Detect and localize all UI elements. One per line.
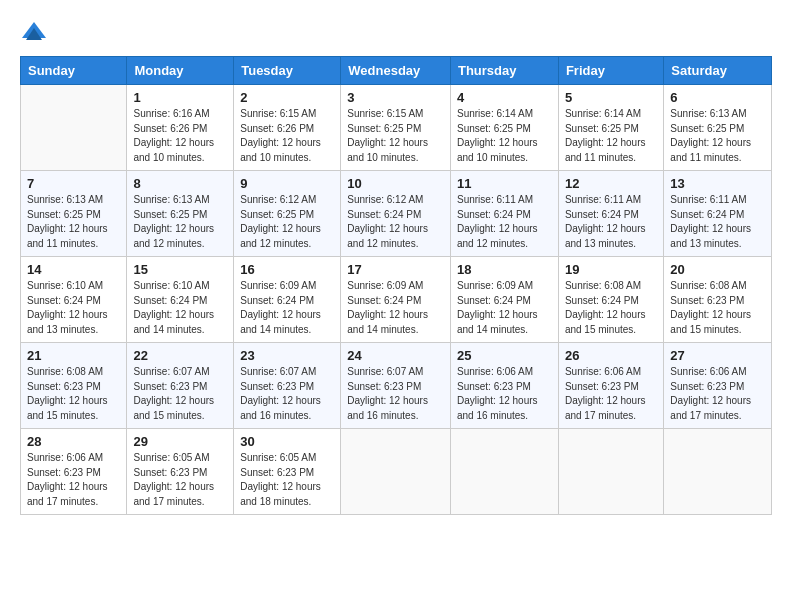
day-of-week-header: Tuesday bbox=[234, 57, 341, 85]
calendar-cell: 5Sunrise: 6:14 AM Sunset: 6:25 PM Daylig… bbox=[558, 85, 663, 171]
calendar-cell: 30Sunrise: 6:05 AM Sunset: 6:23 PM Dayli… bbox=[234, 429, 341, 515]
day-number: 7 bbox=[27, 176, 120, 191]
calendar-cell: 9Sunrise: 6:12 AM Sunset: 6:25 PM Daylig… bbox=[234, 171, 341, 257]
day-info: Sunrise: 6:08 AM Sunset: 6:24 PM Dayligh… bbox=[565, 279, 657, 337]
day-number: 27 bbox=[670, 348, 765, 363]
calendar-cell: 8Sunrise: 6:13 AM Sunset: 6:25 PM Daylig… bbox=[127, 171, 234, 257]
day-info: Sunrise: 6:06 AM Sunset: 6:23 PM Dayligh… bbox=[670, 365, 765, 423]
day-of-week-header: Saturday bbox=[664, 57, 772, 85]
day-number: 16 bbox=[240, 262, 334, 277]
calendar-cell: 16Sunrise: 6:09 AM Sunset: 6:24 PM Dayli… bbox=[234, 257, 341, 343]
calendar-cell: 6Sunrise: 6:13 AM Sunset: 6:25 PM Daylig… bbox=[664, 85, 772, 171]
day-number: 6 bbox=[670, 90, 765, 105]
calendar-cell: 4Sunrise: 6:14 AM Sunset: 6:25 PM Daylig… bbox=[450, 85, 558, 171]
day-number: 19 bbox=[565, 262, 657, 277]
day-info: Sunrise: 6:10 AM Sunset: 6:24 PM Dayligh… bbox=[133, 279, 227, 337]
calendar-cell: 21Sunrise: 6:08 AM Sunset: 6:23 PM Dayli… bbox=[21, 343, 127, 429]
day-info: Sunrise: 6:06 AM Sunset: 6:23 PM Dayligh… bbox=[457, 365, 552, 423]
calendar-week-row: 1Sunrise: 6:16 AM Sunset: 6:26 PM Daylig… bbox=[21, 85, 772, 171]
calendar-cell bbox=[341, 429, 451, 515]
day-number: 8 bbox=[133, 176, 227, 191]
day-info: Sunrise: 6:15 AM Sunset: 6:26 PM Dayligh… bbox=[240, 107, 334, 165]
day-number: 21 bbox=[27, 348, 120, 363]
day-info: Sunrise: 6:06 AM Sunset: 6:23 PM Dayligh… bbox=[565, 365, 657, 423]
day-number: 12 bbox=[565, 176, 657, 191]
day-number: 9 bbox=[240, 176, 334, 191]
calendar-cell: 2Sunrise: 6:15 AM Sunset: 6:26 PM Daylig… bbox=[234, 85, 341, 171]
calendar-cell: 12Sunrise: 6:11 AM Sunset: 6:24 PM Dayli… bbox=[558, 171, 663, 257]
day-number: 11 bbox=[457, 176, 552, 191]
day-number: 26 bbox=[565, 348, 657, 363]
calendar-cell: 20Sunrise: 6:08 AM Sunset: 6:23 PM Dayli… bbox=[664, 257, 772, 343]
calendar-week-row: 14Sunrise: 6:10 AM Sunset: 6:24 PM Dayli… bbox=[21, 257, 772, 343]
calendar-cell: 11Sunrise: 6:11 AM Sunset: 6:24 PM Dayli… bbox=[450, 171, 558, 257]
calendar-cell: 19Sunrise: 6:08 AM Sunset: 6:24 PM Dayli… bbox=[558, 257, 663, 343]
day-number: 13 bbox=[670, 176, 765, 191]
day-number: 15 bbox=[133, 262, 227, 277]
calendar-cell: 17Sunrise: 6:09 AM Sunset: 6:24 PM Dayli… bbox=[341, 257, 451, 343]
day-of-week-header: Sunday bbox=[21, 57, 127, 85]
calendar-cell: 3Sunrise: 6:15 AM Sunset: 6:25 PM Daylig… bbox=[341, 85, 451, 171]
day-info: Sunrise: 6:06 AM Sunset: 6:23 PM Dayligh… bbox=[27, 451, 120, 509]
day-number: 28 bbox=[27, 434, 120, 449]
day-number: 22 bbox=[133, 348, 227, 363]
calendar-cell: 26Sunrise: 6:06 AM Sunset: 6:23 PM Dayli… bbox=[558, 343, 663, 429]
day-number: 20 bbox=[670, 262, 765, 277]
day-number: 29 bbox=[133, 434, 227, 449]
day-of-week-header: Thursday bbox=[450, 57, 558, 85]
calendar-cell: 23Sunrise: 6:07 AM Sunset: 6:23 PM Dayli… bbox=[234, 343, 341, 429]
day-number: 2 bbox=[240, 90, 334, 105]
day-info: Sunrise: 6:05 AM Sunset: 6:23 PM Dayligh… bbox=[240, 451, 334, 509]
day-info: Sunrise: 6:07 AM Sunset: 6:23 PM Dayligh… bbox=[240, 365, 334, 423]
calendar-cell: 1Sunrise: 6:16 AM Sunset: 6:26 PM Daylig… bbox=[127, 85, 234, 171]
calendar-table: SundayMondayTuesdayWednesdayThursdayFrid… bbox=[20, 56, 772, 515]
day-number: 25 bbox=[457, 348, 552, 363]
day-info: Sunrise: 6:08 AM Sunset: 6:23 PM Dayligh… bbox=[27, 365, 120, 423]
day-info: Sunrise: 6:13 AM Sunset: 6:25 PM Dayligh… bbox=[670, 107, 765, 165]
day-info: Sunrise: 6:10 AM Sunset: 6:24 PM Dayligh… bbox=[27, 279, 120, 337]
day-number: 30 bbox=[240, 434, 334, 449]
day-info: Sunrise: 6:11 AM Sunset: 6:24 PM Dayligh… bbox=[457, 193, 552, 251]
page: SundayMondayTuesdayWednesdayThursdayFrid… bbox=[0, 0, 792, 612]
day-info: Sunrise: 6:07 AM Sunset: 6:23 PM Dayligh… bbox=[133, 365, 227, 423]
header bbox=[20, 18, 772, 46]
calendar-cell: 7Sunrise: 6:13 AM Sunset: 6:25 PM Daylig… bbox=[21, 171, 127, 257]
calendar-week-row: 21Sunrise: 6:08 AM Sunset: 6:23 PM Dayli… bbox=[21, 343, 772, 429]
day-number: 14 bbox=[27, 262, 120, 277]
calendar-cell: 18Sunrise: 6:09 AM Sunset: 6:24 PM Dayli… bbox=[450, 257, 558, 343]
calendar-cell bbox=[664, 429, 772, 515]
day-number: 3 bbox=[347, 90, 444, 105]
day-number: 18 bbox=[457, 262, 552, 277]
calendar-cell bbox=[21, 85, 127, 171]
day-of-week-header: Friday bbox=[558, 57, 663, 85]
day-info: Sunrise: 6:05 AM Sunset: 6:23 PM Dayligh… bbox=[133, 451, 227, 509]
calendar-cell: 27Sunrise: 6:06 AM Sunset: 6:23 PM Dayli… bbox=[664, 343, 772, 429]
day-info: Sunrise: 6:14 AM Sunset: 6:25 PM Dayligh… bbox=[457, 107, 552, 165]
calendar-cell: 14Sunrise: 6:10 AM Sunset: 6:24 PM Dayli… bbox=[21, 257, 127, 343]
day-info: Sunrise: 6:12 AM Sunset: 6:25 PM Dayligh… bbox=[240, 193, 334, 251]
day-info: Sunrise: 6:16 AM Sunset: 6:26 PM Dayligh… bbox=[133, 107, 227, 165]
day-info: Sunrise: 6:13 AM Sunset: 6:25 PM Dayligh… bbox=[133, 193, 227, 251]
calendar-cell: 13Sunrise: 6:11 AM Sunset: 6:24 PM Dayli… bbox=[664, 171, 772, 257]
day-number: 23 bbox=[240, 348, 334, 363]
day-number: 1 bbox=[133, 90, 227, 105]
day-of-week-header: Wednesday bbox=[341, 57, 451, 85]
calendar-cell bbox=[558, 429, 663, 515]
calendar-week-row: 28Sunrise: 6:06 AM Sunset: 6:23 PM Dayli… bbox=[21, 429, 772, 515]
day-info: Sunrise: 6:12 AM Sunset: 6:24 PM Dayligh… bbox=[347, 193, 444, 251]
day-info: Sunrise: 6:11 AM Sunset: 6:24 PM Dayligh… bbox=[565, 193, 657, 251]
day-info: Sunrise: 6:11 AM Sunset: 6:24 PM Dayligh… bbox=[670, 193, 765, 251]
day-info: Sunrise: 6:14 AM Sunset: 6:25 PM Dayligh… bbox=[565, 107, 657, 165]
logo bbox=[20, 18, 52, 46]
calendar-cell: 24Sunrise: 6:07 AM Sunset: 6:23 PM Dayli… bbox=[341, 343, 451, 429]
calendar-week-row: 7Sunrise: 6:13 AM Sunset: 6:25 PM Daylig… bbox=[21, 171, 772, 257]
day-info: Sunrise: 6:09 AM Sunset: 6:24 PM Dayligh… bbox=[240, 279, 334, 337]
day-info: Sunrise: 6:09 AM Sunset: 6:24 PM Dayligh… bbox=[457, 279, 552, 337]
day-info: Sunrise: 6:15 AM Sunset: 6:25 PM Dayligh… bbox=[347, 107, 444, 165]
calendar-header-row: SundayMondayTuesdayWednesdayThursdayFrid… bbox=[21, 57, 772, 85]
day-info: Sunrise: 6:08 AM Sunset: 6:23 PM Dayligh… bbox=[670, 279, 765, 337]
day-info: Sunrise: 6:13 AM Sunset: 6:25 PM Dayligh… bbox=[27, 193, 120, 251]
day-number: 10 bbox=[347, 176, 444, 191]
day-number: 24 bbox=[347, 348, 444, 363]
logo-icon bbox=[20, 18, 48, 46]
